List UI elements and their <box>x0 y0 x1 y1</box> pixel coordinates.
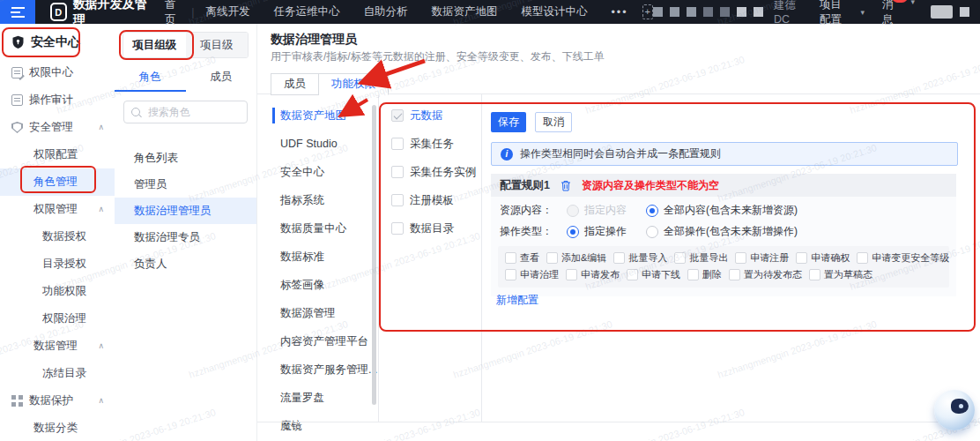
sidebar-item-label: 权限配置 <box>33 147 78 162</box>
resource-checkbox-item[interactable]: 数据目录 <box>379 214 481 243</box>
module-nav-item[interactable]: 安全中心 <box>256 158 378 186</box>
resource-checkbox-item[interactable]: 采集任务 <box>379 130 481 158</box>
operation-checkbox-item[interactable]: 申请下线 <box>627 268 680 281</box>
trash-icon[interactable] <box>561 180 571 191</box>
operation-checkbox-item[interactable]: 查看 <box>505 251 539 265</box>
sidebar-item[interactable]: 数据管理 ∧ <box>0 333 115 360</box>
sidebar-item[interactable]: 权限中心 <box>0 59 115 86</box>
sidebar-item[interactable]: 角色管理 <box>0 168 115 196</box>
operation-checkbox-item[interactable]: 申请确权 <box>796 251 850 265</box>
topbar-nav-item[interactable]: 数据资产地图 <box>431 4 497 19</box>
resource-scope-radio[interactable]: 全部内容(包含未来新增资源) <box>646 203 798 218</box>
checkbox <box>391 222 404 235</box>
topbar-nav-item[interactable]: 离线开发 <box>205 4 249 19</box>
operation-checkbox-item[interactable]: 添加&编辑 <box>546 251 606 265</box>
scope-tab[interactable]: 项目级 <box>186 33 249 57</box>
operation-checkbox-item[interactable]: 删除 <box>687 268 722 281</box>
hamburger-menu-icon[interactable] <box>0 0 35 24</box>
sidebar-item[interactable]: 操作审计 <box>0 86 115 114</box>
module-nav-item[interactable]: 内容资产管理平台 <box>256 327 378 355</box>
assistant-sphere-icon[interactable] <box>934 390 975 430</box>
page-title: 数据治理管理员 <box>271 32 357 48</box>
sidebar-item[interactable]: 权限管理 ∧ <box>0 196 115 223</box>
resource-scope-label: 资源内容： <box>500 203 553 218</box>
module-nav-item[interactable]: 数据资产地图 <box>256 101 378 130</box>
sidebar-item[interactable]: 权限治理 <box>0 305 115 333</box>
sidebar-item[interactable]: 权限配置 <box>0 141 115 168</box>
scrollbar[interactable] <box>372 105 376 405</box>
sidebar-item[interactable]: 目录授权 <box>0 250 115 278</box>
topbar-nav-home[interactable]: 首页 <box>165 0 180 27</box>
save-button[interactable]: 保存 <box>491 112 526 132</box>
role-list-item[interactable]: 数据治理专员 <box>115 224 256 250</box>
cancel-button[interactable]: 取消 <box>535 112 572 132</box>
role-list-item[interactable]: 数据治理管理员 <box>115 198 256 224</box>
checkbox <box>674 252 686 264</box>
sidebar-item-label: 权限中心 <box>29 65 73 80</box>
sidebar-title: 安全中心 <box>31 34 80 50</box>
project-selector[interactable]: 建德DC <box>774 0 800 26</box>
role-list-item[interactable]: 负责人 <box>115 250 256 277</box>
redacted-avatar <box>931 5 953 19</box>
scope-tab[interactable]: 项目组级 <box>123 33 186 57</box>
brand: D 数据开发及管理 <box>50 0 147 28</box>
operation-checkbox-item[interactable]: 申请发布 <box>566 268 620 281</box>
operation-scope-radio[interactable]: 全部操作(包含未来新增操作) <box>646 224 798 239</box>
resource-checkbox-item[interactable]: 采集任务实例 <box>379 158 481 186</box>
operation-scope-radio[interactable]: 指定操作 <box>567 224 627 239</box>
role-list-item[interactable]: 管理员 <box>115 171 256 198</box>
topbar-nav-item[interactable]: 自助分析 <box>363 4 407 19</box>
resource-checkbox-item[interactable]: 元数据 <box>379 101 481 130</box>
add-config-link[interactable]: 新增配置 <box>496 293 538 308</box>
topbar-nav-item[interactable]: 模型设计中心 <box>521 4 587 19</box>
topbar-nav-item[interactable]: 任务运维中心 <box>273 4 339 19</box>
doc-edit-icon <box>11 67 23 78</box>
topbar-nav: 首页 | 离线开发任务运维中心自助分析数据资产地图模型设计中心 <box>165 0 653 27</box>
operation-checkbox-item[interactable]: 申请注册 <box>735 251 789 265</box>
resource-scope-radio[interactable]: 指定内容 <box>567 203 627 218</box>
operation-checkbox-item[interactable]: 批量导出 <box>674 251 728 265</box>
sidebar-item[interactable]: 安全管理 ∧ <box>0 114 115 141</box>
module-nav-item[interactable]: 魔镜 <box>256 412 378 440</box>
radio-icon <box>646 226 658 238</box>
resource-checkbox-item[interactable]: 注册模板 <box>379 186 481 214</box>
module-nav-item[interactable]: 数据质量中心 <box>256 214 378 243</box>
module-nav-item[interactable]: 指标系统 <box>256 186 378 214</box>
module-nav-item[interactable]: 标签画像 <box>256 271 378 299</box>
search-input[interactable] <box>146 105 240 119</box>
role-member-tab[interactable]: 角色 <box>115 64 186 92</box>
checkbox <box>391 166 404 178</box>
module-nav-item[interactable]: 数据源管理 <box>256 299 378 327</box>
more-icon[interactable] <box>611 6 627 19</box>
sidebar-item[interactable]: 功能权限 <box>0 278 115 305</box>
operation-checkbox-item[interactable]: 申请变更安全等级 <box>857 251 949 265</box>
module-nav-item[interactable]: 流量罗盘 <box>256 384 378 412</box>
module-nav-item[interactable]: 数据资产服务管理... <box>256 355 378 384</box>
module-nav: 数据资产地图UDF Studio安全中心指标系统数据质量中心数据标准标签画像数据… <box>256 94 379 422</box>
sidebar-item-label: 安全管理 <box>29 120 73 135</box>
sidebar-item[interactable]: 冻结目录 <box>0 360 115 387</box>
checkbox <box>613 252 625 264</box>
add-tab-icon[interactable] <box>642 4 653 19</box>
checkbox <box>857 252 868 264</box>
messages-menu[interactable]: 消息 84 ▾ <box>882 0 915 27</box>
module-nav-item[interactable]: UDF Studio <box>256 130 378 158</box>
detail-tab[interactable]: 功能权限 <box>319 73 389 95</box>
sidebar-item[interactable]: 数据授权 <box>0 223 115 250</box>
sidebar-item[interactable]: 数据保护 ∧ <box>0 387 115 415</box>
sidebar-item-label: 权限管理 <box>33 202 78 217</box>
detail-tab[interactable]: 成员 <box>271 73 319 95</box>
role-member-tab[interactable]: 成员 <box>186 64 257 90</box>
module-nav-item[interactable]: 数据标准 <box>256 243 378 271</box>
role-list-item[interactable]: 角色列表 <box>115 145 256 171</box>
detail-tabs: 成员功能权限 <box>271 73 389 95</box>
page-subtitle: 用于审核表/指标/标签等元数据的注册、安全等级变更、发布、下线工单 <box>271 49 605 64</box>
project-config-menu[interactable]: 项目配置 <box>820 0 850 27</box>
operation-checkbox-item[interactable]: 批量导入 <box>613 251 667 265</box>
sidebar-item-label: 数据管理 <box>33 339 78 354</box>
sidebar-item[interactable]: 数据分类 <box>0 415 115 441</box>
checkbox <box>391 194 404 206</box>
operation-checkbox-item[interactable]: 置为待发布态 <box>729 268 802 281</box>
operation-checkbox-item[interactable]: 置为草稿态 <box>809 268 872 281</box>
operation-checkbox-item[interactable]: 申请治理 <box>505 268 559 281</box>
